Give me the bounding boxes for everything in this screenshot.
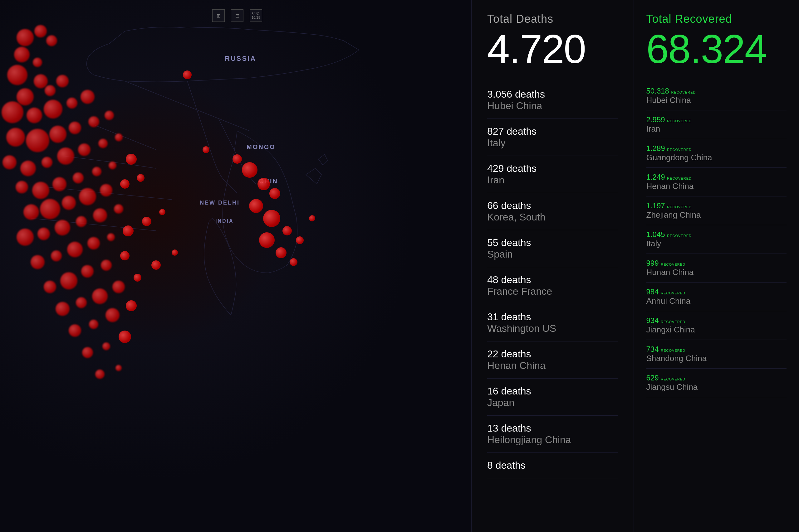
recovered-label: recovered — [661, 263, 685, 266]
recovered-location-bold: Shandong — [647, 354, 684, 363]
map-label-russia: RUSSIA — [225, 55, 256, 63]
toolbar-icon-3[interactable]: 84°C10/18 — [250, 10, 262, 22]
map-svg — [0, 0, 515, 532]
recovered-location-text: Iran — [647, 124, 660, 133]
recovered-count-line: 1.289 recovered — [647, 144, 786, 153]
recovered-location-rest: China — [671, 325, 695, 334]
death-location-rest: China — [542, 434, 571, 445]
death-list-item: 16 deathsJapan — [487, 379, 618, 416]
recovered-location-rest: China — [674, 382, 697, 392]
recovered-list-item: 999 recoveredHunan China — [647, 254, 786, 283]
death-list-item: 827 deathsItaly — [487, 119, 618, 156]
death-count-line: 48 deaths — [487, 274, 618, 286]
recovered-count: 2.959 — [647, 115, 667, 124]
recovered-location: Jiangxi China — [647, 325, 786, 335]
death-location-bold: Hubei — [487, 100, 513, 111]
svg-rect-0 — [0, 0, 515, 532]
death-list-item: 429 deathsIran — [487, 156, 618, 193]
recovered-location-rest: China — [670, 182, 693, 191]
recovered-label: recovered — [667, 176, 692, 180]
death-location: Korea, South — [487, 211, 618, 223]
recovered-list-item: 984 recoveredAnhui China — [647, 283, 786, 311]
recovered-count-line: 50.318 recovered — [647, 87, 786, 95]
recovered-location-rest: China — [667, 95, 691, 105]
recovered-location-bold: Henan — [647, 182, 670, 191]
death-location-text: Iran — [487, 174, 504, 186]
death-location-text: Korea, South — [487, 211, 546, 223]
recovered-location-rest: China — [670, 268, 693, 277]
recovered-label: recovered — [661, 349, 685, 353]
death-count-line: 22 deaths — [487, 348, 618, 360]
recovered-count: 734 — [647, 345, 661, 353]
death-count: 429 deaths — [487, 163, 537, 174]
recovered-location-text: Italy — [647, 239, 661, 248]
recovered-count-line: 1.045 recovered — [647, 230, 786, 239]
death-count-line: 16 deaths — [487, 385, 618, 397]
recovered-location-rest: China — [689, 153, 712, 162]
death-location-rest: France — [519, 286, 552, 297]
right-panel: Total Deaths 4.720 3.056 deathsHubei Chi… — [471, 0, 799, 532]
recovered-label: recovered — [667, 234, 692, 238]
recovered-label: recovered — [671, 91, 696, 94]
recovered-list-item: 1.045 recoveredItaly — [647, 225, 786, 254]
recovered-count: 999 — [647, 259, 661, 267]
death-count-line: 31 deaths — [487, 311, 618, 323]
total-recovered-value: 68.324 — [647, 29, 786, 69]
recovered-label: recovered — [661, 291, 685, 295]
recovered-location: Zhejiang China — [647, 210, 786, 220]
recovered-list-item: 1.289 recoveredGuangdong China — [647, 139, 786, 168]
recovered-list-item: 2.959 recoveredIran — [647, 110, 786, 139]
map-label-india: INDIA — [215, 218, 234, 224]
recovered-count-line: 734 recovered — [647, 345, 786, 354]
death-location: Washington US — [487, 323, 618, 334]
toolbar-icon-2[interactable]: ⊟ — [231, 10, 243, 22]
recovered-location: Italy — [647, 239, 786, 249]
death-location: Iran — [487, 174, 618, 186]
recovered-count: 1.289 — [647, 144, 667, 152]
recovered-location-bold: Hunan — [647, 268, 670, 277]
recovered-label: recovered — [661, 377, 685, 381]
death-list-item: 48 deathsFrance France — [487, 267, 618, 304]
death-count-line: 66 deaths — [487, 200, 618, 211]
recovered-location-bold: Anhui — [647, 296, 667, 306]
death-location-bold: Heilongjiang — [487, 434, 542, 445]
recovered-location: Jiangsu China — [647, 382, 786, 392]
death-count-line: 55 deaths — [487, 237, 618, 249]
toolbar: ⊞ ⊟ 84°C10/18 — [212, 10, 262, 22]
death-location-rest: US — [540, 323, 556, 334]
recovered-count-line: 2.959 recovered — [647, 115, 786, 124]
recovered-count: 1.197 — [647, 202, 667, 210]
death-location-bold: Washington — [487, 323, 540, 334]
recovered-location-rest: China — [683, 354, 707, 363]
death-location-rest: China — [516, 360, 546, 371]
death-location-bold: France — [487, 286, 519, 297]
recovered-list-item: 1.197 recoveredZhejiang China — [647, 196, 786, 225]
death-location: Japan — [487, 397, 618, 408]
recovered-location: Guangdong China — [647, 153, 786, 163]
recovered-list-item: 934 recoveredJiangxi China — [647, 311, 786, 340]
death-count-line: 8 deaths — [487, 460, 618, 471]
recovered-location: Iran — [647, 124, 786, 134]
death-count-line: 3.056 deaths — [487, 89, 618, 100]
recovered-count: 1.249 — [647, 173, 667, 181]
death-list-item: 22 deathsHenan China — [487, 341, 618, 379]
recovered-location: Hunan China — [647, 268, 786, 277]
death-count: 66 deaths — [487, 200, 531, 211]
recovered-count-line: 629 recovered — [647, 374, 786, 382]
death-list-item: 31 deathsWashington US — [487, 304, 618, 341]
recovered-count: 629 — [647, 374, 661, 382]
recovered-location-rest: China — [677, 210, 701, 220]
deaths-panel: Total Deaths 4.720 3.056 deathsHubei Chi… — [472, 0, 634, 532]
total-recovered-label: Total Recovered — [647, 13, 786, 25]
recovered-location-bold: Hubei — [647, 95, 668, 105]
recovered-count-line: 1.197 recovered — [647, 202, 786, 210]
map-label-china: CHIN — [259, 178, 278, 185]
death-count: 31 deaths — [487, 311, 531, 322]
death-location: France France — [487, 286, 618, 297]
death-list-item: 66 deathsKorea, South — [487, 193, 618, 230]
toolbar-icon-1[interactable]: ⊞ — [212, 10, 225, 22]
deaths-list: 3.056 deathsHubei China827 deathsItaly42… — [487, 82, 618, 478]
death-location: Hubei China — [487, 100, 618, 112]
total-deaths-value: 4.720 — [487, 29, 618, 69]
recovered-location-bold: Jiangxi — [647, 325, 672, 334]
